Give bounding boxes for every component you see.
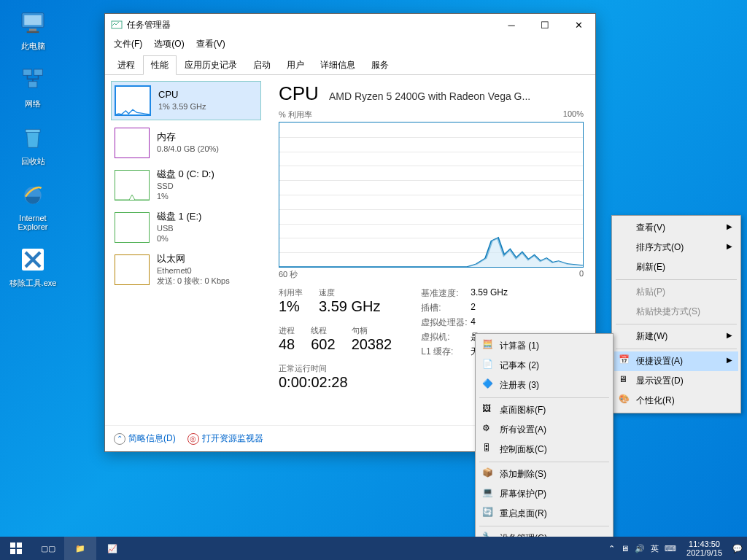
- sidebar-item-cpu[interactable]: CPU1% 3.59 GHz: [111, 81, 261, 120]
- sub-all-settings[interactable]: ⚙所有设置(A): [478, 420, 611, 440]
- menu-view[interactable]: 查看(V): [192, 36, 230, 52]
- sub-add-remove[interactable]: 📦添加删除(S): [478, 464, 611, 484]
- restart-icon: 🔄: [482, 507, 494, 518]
- tab-processes[interactable]: 进程: [109, 55, 143, 75]
- recycle-icon: [18, 122, 48, 153]
- desktop-icon-label: 移除工具.exe: [7, 278, 58, 289]
- sidebar-item-disk0[interactable]: 磁盘 0 (C: D:)SSD1%: [111, 166, 261, 205]
- tray-notifications-icon[interactable]: 💬: [732, 544, 743, 553]
- sub-desktop-icons[interactable]: 🖼桌面图标(F): [478, 400, 611, 420]
- tray-chevron-icon[interactable]: ⌃: [608, 544, 615, 553]
- file-explorer-button[interactable]: 📁: [64, 537, 96, 560]
- desktop-context-menu: 查看(V)▶ 排序方式(O)▶ 刷新(E) 粘贴(P) 粘贴快捷方式(S) 新建…: [611, 215, 741, 413]
- sidebar-item-memory[interactable]: 内存0.8/4.0 GB (20%): [111, 123, 261, 163]
- tab-apphistory[interactable]: 应用历史记录: [177, 55, 245, 75]
- sidebar-item-disk1[interactable]: 磁盘 1 (E:)USB0%: [111, 208, 261, 247]
- remove-tool-icon: [18, 244, 48, 275]
- ctx-refresh[interactable]: 刷新(E): [614, 257, 738, 277]
- chevron-up-icon: ⌃: [114, 433, 125, 445]
- taskmgr-taskbar-button[interactable]: 📈: [96, 537, 128, 560]
- screensaver-icon: 💻: [482, 487, 494, 499]
- taskbar: ▢▢ 📁 📈 ⌃ 🖥 🔊 英 ⌨ 11:43:502021/9/15 💬: [0, 537, 747, 560]
- tab-details[interactable]: 详细信息: [312, 55, 363, 75]
- system-tray: ⌃ 🖥 🔊 英 ⌨ 11:43:502021/9/15 💬: [608, 540, 747, 557]
- menu-file[interactable]: 文件(F): [109, 36, 147, 52]
- tab-startup[interactable]: 启动: [245, 55, 279, 75]
- menu-options[interactable]: 选项(O): [150, 36, 188, 52]
- ctx-personalize[interactable]: 🎨个性化(R): [614, 391, 738, 411]
- separator: [616, 279, 737, 280]
- ethernet-thumb: [115, 254, 150, 285]
- network-icon: [18, 65, 48, 96]
- desktop-icon-label: Internet Explorer: [7, 214, 58, 231]
- desktop-icon-label: 回收站: [7, 156, 58, 167]
- cpu-chart: [279, 122, 584, 268]
- tray-volume-icon[interactable]: 🔊: [635, 544, 645, 553]
- sub-notepad[interactable]: 📄记事本 (2): [478, 356, 611, 376]
- sidebar-item-ethernet[interactable]: 以太网Ethernet0发送: 0 接收: 0 Kbps: [111, 250, 261, 289]
- tray-keyboard-icon[interactable]: ⌨: [665, 544, 676, 553]
- cpu-thumb: [115, 85, 151, 116]
- regedit-icon: 🔷: [482, 378, 494, 390]
- ctx-quick-settings[interactable]: 📅便捷设置(A)▶: [614, 351, 738, 371]
- cpu-speed: 3.59 GHz: [319, 298, 380, 315]
- tray-network-icon[interactable]: 🖥: [621, 544, 629, 553]
- display-icon: 🖥: [619, 374, 630, 386]
- tray-clock[interactable]: 11:43:502021/9/15: [682, 540, 727, 557]
- desktop-icon-recycle[interactable]: 回收站: [7, 122, 58, 167]
- ctx-paste: 粘贴(P): [614, 282, 738, 302]
- svg-rect-13: [10, 549, 15, 554]
- desktop-icon-ie[interactable]: Internet Explorer: [7, 180, 58, 231]
- disk1-thumb: [115, 212, 150, 243]
- disk0-thumb: [115, 170, 150, 201]
- open-resource-monitor-link[interactable]: ◎打开资源监视器: [187, 432, 263, 445]
- cpu-threads: 602: [311, 336, 335, 353]
- svg-rect-7: [26, 129, 40, 132]
- desktop-icon-network[interactable]: 网络: [7, 65, 58, 109]
- desktop-icon-remove[interactable]: 移除工具.exe: [7, 244, 58, 289]
- tabs: 进程 性能 应用历史记录 启动 用户 详细信息 服务: [105, 52, 595, 75]
- cpu-handles: 20382: [352, 336, 392, 353]
- tray-ime[interactable]: 英: [651, 543, 659, 554]
- svg-rect-1: [24, 15, 41, 25]
- brief-info-link[interactable]: ⌃简略信息(D): [114, 432, 176, 445]
- sub-regedit[interactable]: 🔷注册表 (3): [478, 376, 611, 395]
- cpu-processes: 48: [279, 336, 295, 353]
- ctx-display-settings[interactable]: 🖥显示设置(D): [614, 371, 738, 391]
- stop-icon: ◎: [187, 433, 199, 445]
- ctx-sort[interactable]: 排序方式(O)▶: [614, 238, 738, 257]
- sub-screensaver[interactable]: 💻屏幕保护(P): [478, 484, 611, 504]
- desktop-icons: 此电脑 网络 回收站 Internet Explorer 移除工具.exe: [7, 7, 58, 289]
- notepad-icon: 📄: [482, 359, 494, 370]
- sub-calculator[interactable]: 🧮计算器 (1): [478, 336, 611, 356]
- titlebar[interactable]: 任务管理器 ─ ☐ ✕: [105, 14, 595, 36]
- ctx-view[interactable]: 查看(V)▶: [614, 218, 738, 238]
- tab-users[interactable]: 用户: [279, 55, 312, 75]
- sub-control-panel[interactable]: 🎛控制面板(C): [478, 440, 611, 459]
- separator: [479, 397, 609, 398]
- ctx-new[interactable]: 新建(W)▶: [614, 327, 738, 346]
- taskmgr-icon: [111, 19, 123, 31]
- memory-thumb: [115, 128, 150, 158]
- close-button[interactable]: ✕: [562, 14, 595, 36]
- addremove-icon: 📦: [482, 467, 494, 479]
- taskview-button[interactable]: ▢▢: [32, 537, 64, 560]
- cpanel-icon: 🎛: [482, 443, 494, 454]
- tab-performance[interactable]: 性能: [143, 55, 177, 75]
- personalize-icon: 🎨: [619, 394, 630, 405]
- settings-icon: ⚙: [482, 423, 494, 435]
- desktop-icon-pc[interactable]: 此电脑: [7, 7, 58, 52]
- calculator-icon: 🧮: [482, 339, 494, 351]
- svg-rect-5: [34, 69, 43, 75]
- start-button[interactable]: [0, 537, 32, 560]
- minimize-button[interactable]: ─: [495, 14, 528, 36]
- deskicon-icon: 🖼: [482, 403, 494, 415]
- maximize-button[interactable]: ☐: [528, 14, 562, 36]
- svg-rect-12: [17, 542, 22, 548]
- tab-services[interactable]: 服务: [363, 55, 397, 75]
- cpu-title: CPU: [279, 82, 319, 105]
- window-title: 任务管理器: [127, 19, 495, 31]
- separator: [479, 462, 609, 462]
- sub-restart-desktop[interactable]: 🔄重启桌面(R): [478, 504, 611, 524]
- desktop-icon-label: 此电脑: [7, 41, 58, 52]
